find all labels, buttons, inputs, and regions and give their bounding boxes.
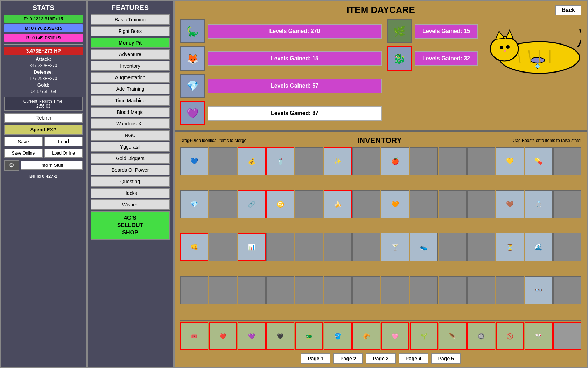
daycare-right-icon-0[interactable]: 🌿 [387,19,412,43]
inv-cell-53[interactable] [496,276,524,304]
bottom-cell-12[interactable]: 🎌 [525,322,553,350]
bottom-cell-1[interactable]: ❤️ [209,322,237,350]
inv-cell-19[interactable]: 🍌 [324,190,352,218]
inv-cell-26[interactable]: 💍 [525,190,553,218]
inv-cell-32[interactable] [295,233,323,261]
inv-cell-2[interactable]: 💰 [238,147,266,175]
inv-cell-31[interactable] [266,233,294,261]
inv-cell-10[interactable] [467,147,495,175]
inv-cell-23[interactable] [439,190,467,218]
bottom-cell-7[interactable]: 🩷 [381,322,409,350]
bottom-cell-8[interactable]: 🌱 [410,322,438,350]
inv-cell-25[interactable]: 🤎 [496,190,524,218]
sellout-shop-button[interactable]: 4G'SSELLOUTSHOP [91,211,170,240]
page-btn-5[interactable]: Page 5 [431,353,461,364]
back-button[interactable]: Back [555,5,581,15]
daycare-item-icon-2[interactable]: 💎 [180,74,205,98]
feature-btn-yggdrasil[interactable]: Yggdrasil [91,142,170,152]
inv-cell-55[interactable] [553,276,581,304]
feature-btn-augmentation[interactable]: Augmentation [91,72,170,83]
inv-cell-17[interactable]: ♋ [266,190,294,218]
feature-btn-questing[interactable]: Questing [91,176,170,187]
inv-cell-3[interactable]: 🥤 [266,147,294,175]
save-online-button[interactable]: Save Online [4,149,43,158]
feature-btn-inventory[interactable]: Inventory [91,61,170,71]
page-btn-4[interactable]: Page 4 [399,353,428,364]
feature-btn-basic-training[interactable]: Basic Training [91,14,170,25]
save-button[interactable]: Save [4,137,43,146]
inv-cell-22[interactable] [410,190,438,218]
feature-btn-hacks[interactable]: Hacks [91,188,170,198]
inv-cell-15[interactable] [209,190,237,218]
inv-cell-7[interactable]: 🍎 [381,147,409,175]
bottom-cell-5[interactable]: 🪣 [324,322,352,350]
spend-exp-button[interactable]: Spend EXP [4,125,83,135]
bottom-cell-0[interactable]: 🎟️ [180,322,208,350]
bottom-cell-11[interactable]: 🚫 [496,322,524,350]
inv-cell-36[interactable]: 👟 [410,233,438,261]
inv-cell-51[interactable] [439,276,467,304]
settings-button[interactable]: ⚙ [4,160,19,171]
inv-cell-29[interactable] [209,233,237,261]
inv-cell-6[interactable] [352,147,380,175]
bottom-cell-6[interactable]: 🥐 [352,322,380,350]
inv-cell-48[interactable] [352,276,380,304]
bottom-cell-10[interactable]: 🔘 [467,322,495,350]
inv-cell-47[interactable] [324,276,352,304]
inv-cell-33[interactable] [324,233,352,261]
page-btn-2[interactable]: Page 2 [333,353,363,364]
load-button[interactable]: Load [44,137,83,146]
feature-btn-wishes[interactable]: Wishes [91,199,170,210]
daycare-item-icon-1[interactable]: 🦊 [180,46,205,71]
daycare-item-icon-0[interactable]: 🦕 [180,19,205,43]
bottom-cell-3[interactable]: 🖤 [266,322,294,350]
inv-cell-43[interactable] [209,276,237,304]
inv-cell-12[interactable]: 💊 [525,147,553,175]
inv-cell-16[interactable]: 🔗 [238,190,266,218]
inv-cell-14[interactable]: 💎 [180,190,208,218]
inv-cell-45[interactable] [266,276,294,304]
inv-cell-39[interactable]: ⏳ [496,233,524,261]
inv-cell-30[interactable]: 📊 [238,233,266,261]
inv-cell-1[interactable] [209,147,237,175]
inv-cell-41[interactable] [553,233,581,261]
inv-cell-13[interactable] [553,147,581,175]
page-btn-1[interactable]: Page 1 [301,353,330,364]
inv-cell-49[interactable] [381,276,409,304]
inv-cell-44[interactable] [238,276,266,304]
inv-cell-18[interactable] [295,190,323,218]
inv-cell-21[interactable]: 🧡 [381,190,409,218]
inv-cell-0[interactable]: 💙 [180,147,208,175]
inv-cell-9[interactable] [439,147,467,175]
feature-btn-beards-of-power[interactable]: Beards Of Power [91,165,170,175]
page-btn-3[interactable]: Page 3 [366,353,396,364]
inv-cell-24[interactable] [467,190,495,218]
bottom-cell-4[interactable]: 🐲 [295,322,323,350]
bottom-cell-9[interactable]: 🪶 [439,322,467,350]
inv-cell-27[interactable] [553,190,581,218]
inv-cell-42[interactable] [180,276,208,304]
bottom-cell-2[interactable]: 💜 [238,322,266,350]
feature-btn-blood-magic[interactable]: Blood Magic [91,107,170,117]
inv-cell-4[interactable] [295,147,323,175]
inv-cell-52[interactable] [467,276,495,304]
feature-btn-adv.-training[interactable]: Adv. Training [91,84,170,94]
inv-cell-54[interactable]: 👓 [525,276,553,304]
rebirth-button[interactable]: Rebirth [4,113,83,123]
daycare-item-icon-3[interactable]: 💜 [180,101,205,125]
inv-cell-34[interactable] [352,233,380,261]
inv-cell-46[interactable] [295,276,323,304]
feature-btn-fight-boss[interactable]: Fight Boss [91,26,170,36]
feature-btn-wandoos-xl[interactable]: Wandoos XL [91,118,170,129]
feature-btn-adventure[interactable]: Adventure [91,49,170,60]
inv-cell-35[interactable]: 🍸 [381,233,409,261]
inv-cell-40[interactable]: 🌊 [525,233,553,261]
inv-cell-50[interactable] [410,276,438,304]
feature-btn-money-pit[interactable]: Money Pit [91,38,170,48]
load-online-button[interactable]: Load Online [44,149,83,158]
daycare-right-icon-1[interactable]: 🐉 [387,46,412,71]
inv-cell-37[interactable] [439,233,467,261]
inv-cell-8[interactable] [410,147,438,175]
feature-btn-time-machine[interactable]: Time Machine [91,95,170,106]
bottom-cell-13[interactable] [553,322,581,350]
